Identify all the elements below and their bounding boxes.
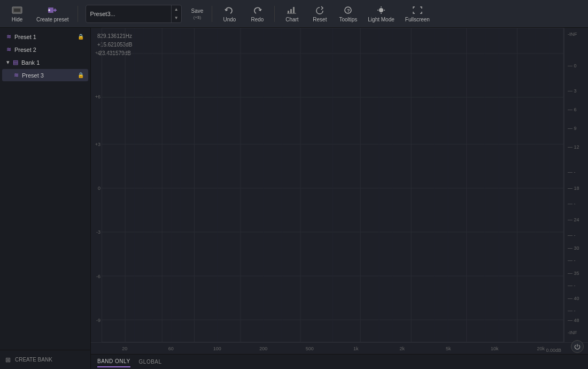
svg-text:?: ? [347, 8, 350, 13]
undo-icon [222, 5, 237, 16]
preset-arrow-down[interactable]: ▼ [172, 14, 181, 22]
db-label-18: — 18 [568, 186, 579, 191]
sidebar-item-preset1[interactable]: ≋ Preset 1 🔒 [2, 30, 88, 43]
divider-1 [78, 6, 78, 22]
waveform-icon-preset3: ≋ [14, 72, 19, 79]
db-label-inf-top: -INF [568, 32, 577, 37]
waveform-icon-preset1: ≋ [6, 33, 11, 40]
svg-rect-5 [293, 7, 295, 13]
chart-button[interactable]: Chart [279, 3, 305, 25]
divider-2 [212, 6, 212, 22]
save-button[interactable]: Save (+$) [187, 6, 208, 22]
tab-global[interactable]: GLOBAL [139, 357, 162, 367]
create-bank-icon: ⊞ [5, 356, 11, 364]
x-label-20: 20 [102, 346, 148, 351]
fullscreen-icon [410, 5, 425, 16]
sidebar-list: ≋ Preset 1 🔒 ≋ Preset 2 ▾ ▤ Bank 1 ≋ Pre… [0, 28, 90, 350]
db-label-12: — 12 [568, 144, 579, 150]
eq-grid[interactable] [102, 28, 564, 342]
hide-label: Hide [12, 17, 23, 22]
db-label-dash4: — - [568, 258, 576, 263]
db-label-48: — 48 [568, 318, 579, 323]
sidebar-item-preset3[interactable]: ≋ Preset 3 🔒 [2, 69, 88, 81]
waveform-icon-preset2: ≋ [6, 46, 11, 53]
x-axis: 20 60 100 200 500 1k 2k 5k 10k 20k [91, 342, 588, 354]
preset3-label: Preset 3 [22, 72, 74, 79]
db-label-dash5: — - [568, 283, 576, 288]
save-label: Save [191, 8, 204, 14]
x-label-2k: 2k [379, 346, 425, 351]
x-label-5k: 5k [425, 346, 472, 351]
x-label-60: 60 [148, 346, 195, 351]
db-label-9: — 9 [568, 126, 577, 131]
redo-button[interactable]: Redo [244, 3, 270, 25]
db-label-24: — 24 [568, 217, 579, 222]
y-axis-left: +9 +6 +3 0 -3 -6 -9 [91, 28, 102, 342]
sidebar-item-bank1[interactable]: ▾ ▤ Bank 1 [2, 56, 88, 68]
preset-selector[interactable]: ▲ ▼ [86, 5, 182, 23]
hide-icon [10, 5, 25, 16]
y-label--9: -9 [96, 318, 100, 323]
bottom-bar: BAND ONLY GLOBAL [91, 354, 588, 369]
toolbar: Hide Create preset ▲ ▼ Save (+$) [0, 0, 588, 28]
svg-rect-1 [14, 9, 20, 12]
undo-label: Undo [223, 17, 236, 22]
db-label-0: — 0 [568, 63, 577, 68]
tooltips-button[interactable]: ? Tooltips [335, 3, 361, 25]
reset-button[interactable]: Reset [307, 3, 332, 25]
svg-rect-4 [290, 9, 292, 13]
y-label--3: -3 [96, 229, 100, 235]
db-label-dash3: — - [568, 233, 576, 238]
main-area: ≋ Preset 1 🔒 ≋ Preset 2 ▾ ▤ Bank 1 ≋ Pre… [0, 28, 588, 369]
reset-label: Reset [313, 17, 327, 22]
divider-3 [274, 6, 275, 22]
db-label-dash6: — - [568, 308, 576, 313]
lock-icon-preset3: 🔒 [78, 72, 84, 78]
x-label-500: 500 [287, 346, 333, 351]
sidebar: ≋ Preset 1 🔒 ≋ Preset 2 ▾ ▤ Bank 1 ≋ Pre… [0, 28, 91, 369]
x-label-100: 100 [194, 346, 241, 351]
bank1-label: Bank 1 [21, 59, 84, 66]
lock-icon-preset1: 🔒 [78, 34, 84, 40]
x-label-10k: 10k [471, 346, 518, 351]
create-preset-icon [45, 5, 60, 16]
light-mode-button[interactable]: Light Mode [363, 3, 398, 25]
svg-rect-3 [288, 11, 289, 13]
preset2-label: Preset 2 [14, 47, 84, 53]
hide-button[interactable]: Hide [4, 3, 30, 25]
fullscreen-button[interactable]: Fullscreen [401, 3, 434, 25]
sidebar-item-preset2[interactable]: ≋ Preset 2 [2, 43, 88, 56]
db-label-3: — 3 [568, 88, 577, 94]
preset-arrows: ▲ ▼ [171, 5, 181, 22]
create-bank-label: CREATE BANK [15, 357, 52, 363]
bank-icon: ▤ [13, 59, 18, 66]
chart-inner: +9 +6 +3 0 -3 -6 -9 [91, 28, 588, 342]
db-label-inf-bot: -INF [568, 330, 577, 335]
y-label-+3: +3 [95, 142, 100, 147]
db-label-dash2: — - [568, 201, 576, 206]
db-label-35: — 35 [568, 271, 579, 276]
preset-arrow-up[interactable]: ▲ [172, 5, 181, 14]
preset-input[interactable] [86, 11, 171, 17]
tooltips-label: Tooltips [339, 17, 357, 22]
x-label-200: 200 [241, 346, 287, 351]
light-mode-icon [374, 5, 389, 16]
redo-label: Redo [251, 17, 264, 22]
create-preset-button[interactable]: Create preset [32, 3, 73, 25]
create-bank-button[interactable]: ⊞ CREATE BANK [0, 350, 90, 369]
expand-icon-bank1: ▾ [6, 59, 10, 66]
y-label-+6: +6 [95, 94, 100, 99]
db-label-6: — 6 [568, 107, 577, 112]
undo-button[interactable]: Undo [216, 3, 242, 25]
chart-icon [284, 5, 299, 16]
power-button[interactable] [571, 340, 584, 353]
svg-point-9 [379, 8, 383, 12]
db-label-dash1: — - [568, 170, 576, 175]
y-label-+9: +9 [95, 50, 100, 56]
y-label-0: 0 [98, 186, 100, 191]
redo-icon [250, 5, 265, 16]
db-readout: 0.00dB [546, 348, 561, 353]
power-icon [574, 343, 581, 350]
tab-band-only[interactable]: BAND ONLY [97, 356, 130, 367]
reset-icon [312, 5, 327, 16]
